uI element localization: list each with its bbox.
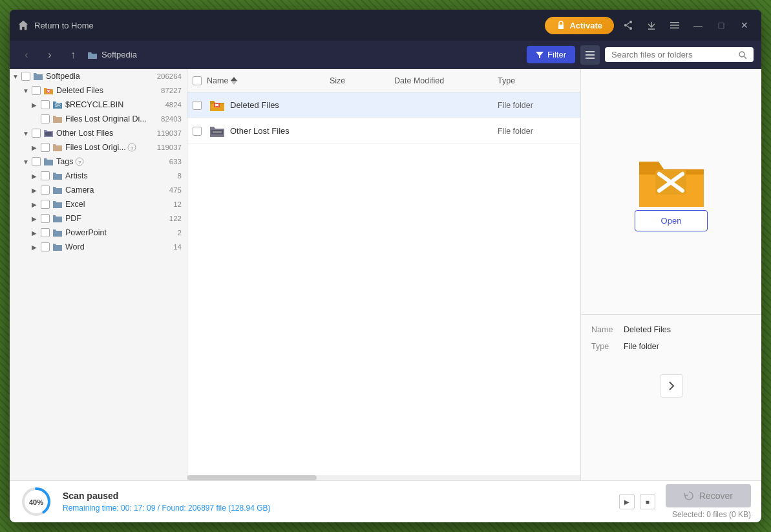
sidebar-item-tags[interactable]: ▼ Tags ? 633 (10, 154, 187, 169)
expand-arrow: ▶ (32, 173, 41, 180)
filter-button[interactable]: Filter (527, 46, 575, 63)
checkbox-recycle[interactable] (41, 100, 50, 109)
svg-point-15 (739, 52, 745, 57)
main-content: ▼ Softpedia 206264 ▼ Deleted Files (10, 69, 761, 480)
svg-marker-27 (231, 81, 237, 85)
row-checkbox-2[interactable] (193, 127, 202, 136)
sidebar-item-recycle[interactable]: ▶ $R $RECYCLE.BIN 4824 (10, 98, 187, 112)
svg-point-3 (629, 27, 632, 30)
open-button[interactable]: Open (635, 210, 708, 231)
activate-button[interactable]: Activate (545, 17, 614, 34)
files-lost-2-count: 119037 (157, 144, 182, 151)
col-header-type[interactable]: Type (498, 76, 575, 85)
files-lost-1-label: Files Lost Original Di... (65, 114, 147, 123)
scan-title: Scan paused (63, 491, 609, 501)
svg-text:?: ? (78, 160, 81, 165)
checkbox-word[interactable] (41, 242, 50, 251)
menu-button[interactable] (666, 16, 684, 34)
checkbox-camera[interactable] (41, 186, 50, 195)
share-button[interactable] (619, 16, 637, 34)
root-label: Softpedia (46, 72, 80, 81)
file-name-cell: Deleted Files (209, 99, 330, 112)
download-button[interactable] (642, 16, 660, 34)
info-value-name: Deleted Files (624, 325, 671, 334)
checkbox-deleted[interactable] (32, 86, 41, 95)
pdf-label: PDF (65, 214, 81, 223)
artists-label: Artists (65, 171, 88, 180)
checkbox-pdf[interactable] (41, 214, 50, 223)
close-button[interactable]: ✕ (735, 16, 754, 34)
sidebar-item-word[interactable]: ▶ Word 14 (10, 240, 187, 254)
up-button[interactable]: ↑ (64, 46, 82, 64)
back-button[interactable]: ‹ (17, 46, 36, 64)
sidebar-item-deleted-files[interactable]: ▼ Deleted Files 87227 (10, 83, 187, 98)
sidebar-item-powerpoint[interactable]: ▶ PowerPoint 2 (10, 226, 187, 240)
folder-icon-deleted (43, 87, 54, 95)
stop-button[interactable]: ■ (640, 494, 655, 509)
svg-rect-10 (670, 28, 679, 29)
folder-icon-other (43, 129, 54, 138)
scrollbar-thumb[interactable] (187, 475, 317, 480)
sidebar-item-files-lost-2[interactable]: ▶ Files Lost Origi... ? 119037 (10, 140, 187, 154)
title-bar-left: Return to Home (17, 19, 94, 31)
playback-controls: ▶ ■ (619, 494, 655, 509)
sidebar-item-files-lost-1[interactable]: ▶ Files Lost Original Di... 82403 (10, 112, 187, 126)
col-header-date[interactable]: Date Modified (394, 76, 498, 85)
checkbox-root[interactable] (21, 72, 30, 81)
excel-label: Excel (65, 200, 85, 209)
tags-label: Tags (56, 157, 73, 166)
artists-count: 8 (178, 172, 182, 180)
checkbox-files-lost-1[interactable] (41, 114, 50, 123)
filter-icon (536, 51, 544, 59)
toolbar: ‹ › ↑ Softpedia Filter (10, 41, 761, 69)
list-view-icon (586, 51, 595, 59)
info-label-type: Type (591, 342, 624, 351)
maximize-button[interactable]: □ (712, 16, 730, 34)
sidebar-item-other-lost[interactable]: ▼ Other Lost Files 119037 (10, 126, 187, 140)
row-checkbox-1[interactable] (193, 101, 202, 110)
expand-arrow: ▶ (32, 201, 41, 208)
folder-icon-powerpoint (52, 228, 63, 237)
current-path: Softpedia (87, 50, 522, 59)
checkbox-artists[interactable] (41, 171, 50, 180)
checkbox-powerpoint[interactable] (41, 228, 50, 237)
header-checkbox[interactable] (193, 76, 202, 85)
col-header-size[interactable]: Size (330, 76, 394, 85)
checkbox-other-lost[interactable] (32, 129, 41, 138)
sidebar-item-camera[interactable]: ▶ Camera 475 (10, 183, 187, 197)
expand-arrow: ▼ (23, 130, 32, 137)
sidebar-item-pdf[interactable]: ▶ PDF 122 (10, 211, 187, 226)
list-view-button[interactable] (580, 45, 600, 65)
minimize-button[interactable]: — (689, 16, 707, 34)
preview-panel: Open Name Deleted Files Type File folder (580, 69, 761, 480)
expand-arrow: ▶ (32, 215, 41, 222)
preview-next-button[interactable] (660, 374, 683, 398)
help-icon[interactable]: ? (127, 143, 136, 152)
svg-point-1 (629, 21, 632, 23)
tags-folder-icon (43, 157, 54, 166)
expand-arrow-2: ▶ (32, 144, 41, 151)
checkbox-files-lost-2[interactable] (41, 143, 50, 152)
table-row[interactable]: Deleted Files File folder (187, 92, 580, 118)
chevron-right-icon (668, 381, 675, 390)
checkbox-excel[interactable] (41, 200, 50, 209)
checkbox-tags[interactable] (32, 157, 41, 166)
sidebar-item-excel[interactable]: ▶ Excel 12 (10, 197, 187, 211)
root-count: 206264 (157, 72, 182, 80)
col-header-name[interactable]: Name (207, 76, 330, 85)
recover-button[interactable]: Recover (666, 484, 751, 507)
other-lost-folder-icon (209, 125, 225, 138)
search-input[interactable] (611, 50, 733, 59)
forward-button[interactable]: › (41, 46, 59, 64)
tags-count: 633 (169, 158, 182, 165)
sidebar-item-artists[interactable]: ▶ Artists 8 (10, 169, 187, 183)
folder-icon-artists (52, 171, 63, 180)
sidebar-item-root[interactable]: ▼ Softpedia 206264 (10, 69, 187, 83)
tags-help-icon[interactable]: ? (75, 157, 84, 166)
home-link[interactable]: Return to Home (34, 21, 94, 30)
play-button[interactable]: ▶ (619, 494, 635, 509)
search-box (605, 47, 754, 62)
svg-rect-0 (558, 25, 564, 29)
horizontal-scrollbar[interactable] (187, 475, 580, 480)
table-row[interactable]: Other Lost Files File folder (187, 118, 580, 144)
